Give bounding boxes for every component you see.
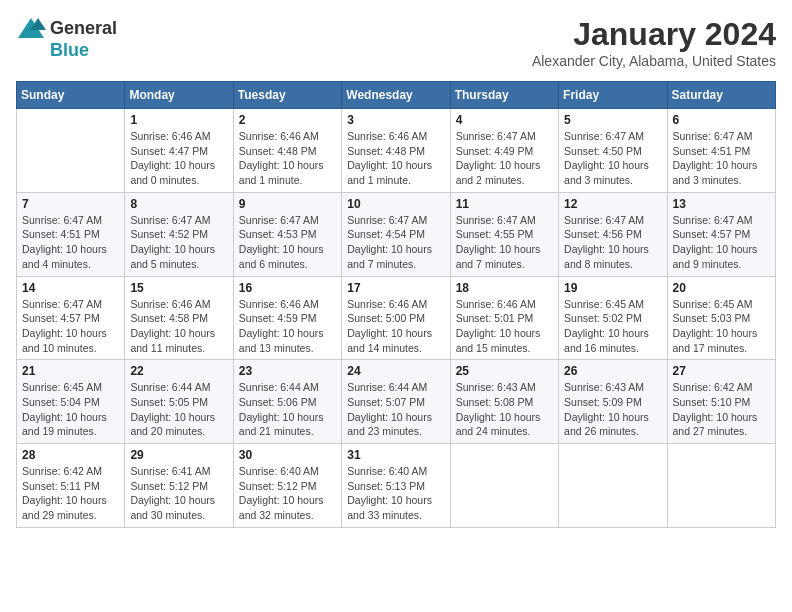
calendar-cell: 30Sunrise: 6:40 AMSunset: 5:12 PMDayligh… [233,444,341,528]
day-info: Sunrise: 6:46 AMSunset: 4:58 PMDaylight:… [130,297,227,356]
calendar-cell: 24Sunrise: 6:44 AMSunset: 5:07 PMDayligh… [342,360,450,444]
calendar-cell: 20Sunrise: 6:45 AMSunset: 5:03 PMDayligh… [667,276,775,360]
page-header: General Blue January 2024 Alexander City… [16,16,776,69]
day-info: Sunrise: 6:44 AMSunset: 5:07 PMDaylight:… [347,380,444,439]
calendar-cell: 28Sunrise: 6:42 AMSunset: 5:11 PMDayligh… [17,444,125,528]
day-info: Sunrise: 6:46 AMSunset: 4:59 PMDaylight:… [239,297,336,356]
day-info: Sunrise: 6:44 AMSunset: 5:05 PMDaylight:… [130,380,227,439]
calendar-cell: 14Sunrise: 6:47 AMSunset: 4:57 PMDayligh… [17,276,125,360]
day-number: 26 [564,364,661,378]
calendar-cell: 29Sunrise: 6:41 AMSunset: 5:12 PMDayligh… [125,444,233,528]
calendar-cell: 17Sunrise: 6:46 AMSunset: 5:00 PMDayligh… [342,276,450,360]
day-number: 18 [456,281,553,295]
calendar-cell: 8Sunrise: 6:47 AMSunset: 4:52 PMDaylight… [125,192,233,276]
day-number: 16 [239,281,336,295]
calendar-cell: 7Sunrise: 6:47 AMSunset: 4:51 PMDaylight… [17,192,125,276]
calendar-cell [559,444,667,528]
calendar-cell: 2Sunrise: 6:46 AMSunset: 4:48 PMDaylight… [233,109,341,193]
day-info: Sunrise: 6:47 AMSunset: 4:52 PMDaylight:… [130,213,227,272]
calendar-week-row: 14Sunrise: 6:47 AMSunset: 4:57 PMDayligh… [17,276,776,360]
calendar-week-row: 1Sunrise: 6:46 AMSunset: 4:47 PMDaylight… [17,109,776,193]
location: Alexander City, Alabama, United States [532,53,776,69]
day-number: 30 [239,448,336,462]
calendar-week-row: 28Sunrise: 6:42 AMSunset: 5:11 PMDayligh… [17,444,776,528]
day-info: Sunrise: 6:46 AMSunset: 4:48 PMDaylight:… [239,129,336,188]
day-info: Sunrise: 6:47 AMSunset: 4:55 PMDaylight:… [456,213,553,272]
calendar-cell: 3Sunrise: 6:46 AMSunset: 4:48 PMDaylight… [342,109,450,193]
day-info: Sunrise: 6:47 AMSunset: 4:57 PMDaylight:… [673,213,770,272]
day-info: Sunrise: 6:45 AMSunset: 5:02 PMDaylight:… [564,297,661,356]
calendar-cell: 11Sunrise: 6:47 AMSunset: 4:55 PMDayligh… [450,192,558,276]
day-info: Sunrise: 6:44 AMSunset: 5:06 PMDaylight:… [239,380,336,439]
day-info: Sunrise: 6:47 AMSunset: 4:57 PMDaylight:… [22,297,119,356]
calendar-cell [17,109,125,193]
day-info: Sunrise: 6:47 AMSunset: 4:50 PMDaylight:… [564,129,661,188]
calendar-cell [667,444,775,528]
day-number: 14 [22,281,119,295]
calendar-table: Sunday Monday Tuesday Wednesday Thursday… [16,81,776,528]
day-info: Sunrise: 6:46 AMSunset: 4:47 PMDaylight:… [130,129,227,188]
day-info: Sunrise: 6:47 AMSunset: 4:54 PMDaylight:… [347,213,444,272]
day-number: 27 [673,364,770,378]
logo-icon [16,16,46,40]
day-info: Sunrise: 6:42 AMSunset: 5:10 PMDaylight:… [673,380,770,439]
day-number: 17 [347,281,444,295]
calendar-cell: 4Sunrise: 6:47 AMSunset: 4:49 PMDaylight… [450,109,558,193]
logo-general: General [50,18,117,39]
calendar-cell [450,444,558,528]
day-number: 4 [456,113,553,127]
calendar-cell: 23Sunrise: 6:44 AMSunset: 5:06 PMDayligh… [233,360,341,444]
col-tuesday: Tuesday [233,82,341,109]
col-saturday: Saturday [667,82,775,109]
col-monday: Monday [125,82,233,109]
logo-blue: Blue [50,40,89,61]
day-number: 1 [130,113,227,127]
calendar-cell: 21Sunrise: 6:45 AMSunset: 5:04 PMDayligh… [17,360,125,444]
day-info: Sunrise: 6:47 AMSunset: 4:53 PMDaylight:… [239,213,336,272]
day-info: Sunrise: 6:42 AMSunset: 5:11 PMDaylight:… [22,464,119,523]
col-sunday: Sunday [17,82,125,109]
calendar-cell: 10Sunrise: 6:47 AMSunset: 4:54 PMDayligh… [342,192,450,276]
calendar-week-row: 7Sunrise: 6:47 AMSunset: 4:51 PMDaylight… [17,192,776,276]
day-info: Sunrise: 6:46 AMSunset: 4:48 PMDaylight:… [347,129,444,188]
day-number: 31 [347,448,444,462]
month-title: January 2024 [532,16,776,53]
calendar-cell: 22Sunrise: 6:44 AMSunset: 5:05 PMDayligh… [125,360,233,444]
day-info: Sunrise: 6:47 AMSunset: 4:56 PMDaylight:… [564,213,661,272]
calendar-cell: 12Sunrise: 6:47 AMSunset: 4:56 PMDayligh… [559,192,667,276]
day-number: 13 [673,197,770,211]
day-info: Sunrise: 6:43 AMSunset: 5:08 PMDaylight:… [456,380,553,439]
col-thursday: Thursday [450,82,558,109]
day-info: Sunrise: 6:45 AMSunset: 5:03 PMDaylight:… [673,297,770,356]
day-number: 23 [239,364,336,378]
day-number: 25 [456,364,553,378]
day-number: 2 [239,113,336,127]
calendar-cell: 5Sunrise: 6:47 AMSunset: 4:50 PMDaylight… [559,109,667,193]
day-info: Sunrise: 6:46 AMSunset: 5:01 PMDaylight:… [456,297,553,356]
calendar-cell: 18Sunrise: 6:46 AMSunset: 5:01 PMDayligh… [450,276,558,360]
calendar-cell: 25Sunrise: 6:43 AMSunset: 5:08 PMDayligh… [450,360,558,444]
day-info: Sunrise: 6:40 AMSunset: 5:13 PMDaylight:… [347,464,444,523]
calendar-cell: 26Sunrise: 6:43 AMSunset: 5:09 PMDayligh… [559,360,667,444]
day-number: 21 [22,364,119,378]
day-info: Sunrise: 6:47 AMSunset: 4:49 PMDaylight:… [456,129,553,188]
day-number: 12 [564,197,661,211]
day-number: 28 [22,448,119,462]
calendar-header-row: Sunday Monday Tuesday Wednesday Thursday… [17,82,776,109]
day-number: 19 [564,281,661,295]
day-info: Sunrise: 6:40 AMSunset: 5:12 PMDaylight:… [239,464,336,523]
day-number: 15 [130,281,227,295]
day-info: Sunrise: 6:45 AMSunset: 5:04 PMDaylight:… [22,380,119,439]
calendar-cell: 1Sunrise: 6:46 AMSunset: 4:47 PMDaylight… [125,109,233,193]
calendar-week-row: 21Sunrise: 6:45 AMSunset: 5:04 PMDayligh… [17,360,776,444]
logo: General Blue [16,16,117,61]
day-number: 24 [347,364,444,378]
day-number: 9 [239,197,336,211]
calendar-cell: 9Sunrise: 6:47 AMSunset: 4:53 PMDaylight… [233,192,341,276]
calendar-cell: 13Sunrise: 6:47 AMSunset: 4:57 PMDayligh… [667,192,775,276]
day-number: 29 [130,448,227,462]
calendar-cell: 19Sunrise: 6:45 AMSunset: 5:02 PMDayligh… [559,276,667,360]
day-number: 20 [673,281,770,295]
day-number: 11 [456,197,553,211]
calendar-cell: 6Sunrise: 6:47 AMSunset: 4:51 PMDaylight… [667,109,775,193]
